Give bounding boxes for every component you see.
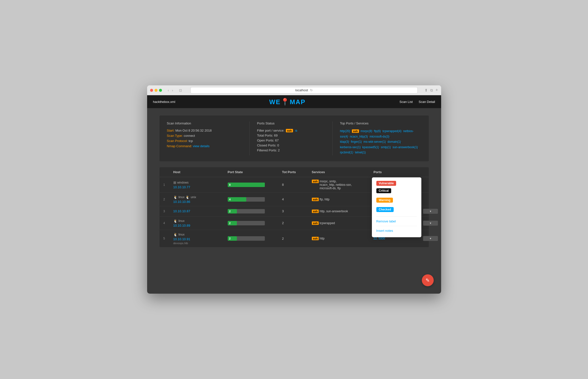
close-button[interactable]	[150, 89, 153, 92]
dropdown-btn-5[interactable]: ▾	[423, 236, 438, 241]
port-bar-bg-4: 2	[228, 221, 265, 225]
th-ports: Ports	[374, 170, 423, 174]
toolbar-buttons: ⬆ ⧉ +	[425, 88, 438, 93]
port-bar-bg-2: 4	[228, 197, 265, 202]
tot-ports-3: 3	[282, 209, 312, 213]
ncacn-link[interactable]: ncacn_http(3)	[350, 135, 368, 138]
scan-protocol-row: Scan Protocol: tcp	[167, 139, 235, 143]
host-info-1: ⊞ windows 10.10.10.77	[173, 181, 228, 189]
ssh-badge-1: ssh	[312, 180, 319, 183]
host-ip-2[interactable]: 10.10.10.86	[173, 200, 228, 204]
ldap-link[interactable]: ldap(3)	[340, 140, 349, 143]
app-body: Scan Information Start: Mon Oct 8 20:56:…	[147, 108, 441, 294]
sun-link[interactable]: sun-answerbook(1)	[392, 145, 418, 149]
ports-status-title: Ports Status	[257, 121, 325, 125]
ssh-badge-4: ssh	[312, 221, 319, 225]
scan-type-label: Scan Type:	[167, 134, 183, 138]
table-header: Host Port State Tot Ports Services Ports	[159, 167, 429, 177]
filter-label: Filter port / service:	[257, 129, 285, 132]
traffic-lights	[150, 89, 162, 92]
host-info-3: 10.10.10.87	[173, 209, 228, 213]
scan-detail-link[interactable]: Scan Detail	[419, 100, 435, 104]
msrpc-link[interactable]: msrpc(8)	[361, 129, 372, 133]
host-domain-5: devoops.htb	[173, 242, 228, 245]
copy-icon[interactable]: ⧉	[295, 129, 297, 132]
filename-label: hackthebox.xml	[153, 100, 175, 104]
services-2: ssh ftp, http	[312, 198, 374, 201]
remove-label-item[interactable]: Remove label	[376, 218, 417, 224]
ftp-link[interactable]: ftp(6)	[374, 129, 381, 133]
nav-buttons: ‹ ›	[167, 88, 174, 93]
new-tab-button[interactable]: +	[435, 88, 438, 93]
scan-type-value: connect	[184, 134, 195, 138]
host-info-2: 🐧 linux 🐧 unix 10.10.10.86	[173, 195, 228, 204]
insert-notes-item[interactable]: Insert notes	[376, 228, 417, 234]
th-services: Services	[312, 170, 374, 174]
ssh-badge-5: ssh	[312, 237, 319, 240]
telnet-link[interactable]: telnet(1)	[355, 151, 366, 154]
host-ip-1[interactable]: 10.10.10.77	[173, 185, 228, 189]
open-ports-row: Open Ports: 67	[257, 139, 325, 142]
top-ports-links: http(20), ssh, msrpc(8), ftp(6), tcpwrap…	[340, 129, 421, 155]
http-link[interactable]: http(20)	[340, 129, 350, 133]
divider-2	[332, 121, 333, 155]
windows-button[interactable]: ⧉	[430, 88, 433, 93]
fab-button[interactable]: ✎	[422, 274, 434, 286]
tot-ports-5: 2	[282, 237, 312, 240]
minimize-button[interactable]	[155, 89, 158, 92]
services-4: ssh tcpwrapped	[312, 221, 374, 225]
domain-link[interactable]: domain(1)	[387, 140, 401, 143]
tcpwrapped-link[interactable]: tcpwrapped(4)	[383, 129, 402, 133]
scan-information-section: Scan Information Start: Mon Oct 8 20:56:…	[167, 121, 242, 155]
app-nav: Scan List Scan Detail	[400, 100, 435, 104]
nmap-label: Nmap Command:	[167, 144, 192, 148]
total-ports-row: Total Ports: 69	[257, 134, 325, 137]
dropdown-btn-3[interactable]: ▾	[423, 209, 438, 214]
warning-badge[interactable]: Warning	[376, 198, 393, 203]
services-1: ssh msrpc, smtp,ncacn_http, netbios-ssn,…	[312, 180, 374, 190]
forward-button[interactable]: ›	[171, 88, 174, 93]
reload-button[interactable]: ↻	[310, 88, 313, 92]
filtered-ports-row: Filtered Ports: 2	[257, 148, 325, 152]
host-ip-5[interactable]: 10.10.10.91	[173, 237, 228, 241]
smtp-link[interactable]: smtp(1)	[381, 145, 391, 149]
share-button[interactable]: ⬆	[425, 88, 428, 93]
host-os-1: ⊞ windows	[173, 181, 228, 185]
start-label: Start:	[167, 129, 175, 132]
host-ip-3[interactable]: 10.10.10.87	[173, 209, 228, 213]
host-os-4: 🐧 linux	[173, 219, 228, 223]
scan-protocol-value: tcp	[189, 139, 193, 143]
port-bar-fill-3: 2	[228, 209, 237, 213]
ms-wbt-link[interactable]: ms-wbt-server(1)	[363, 140, 386, 143]
fab-edit-icon: ✎	[426, 277, 430, 283]
view-details-link[interactable]: view details	[193, 144, 209, 148]
port-bar-4: 2	[228, 221, 282, 225]
port-bar-fill-2: 4	[228, 197, 246, 202]
mds-link[interactable]: microsoft-ds(3)	[370, 135, 389, 138]
address-bar[interactable]: localhost ↻	[190, 87, 418, 94]
sidebar-button[interactable]: ⊡	[178, 88, 183, 93]
kpasswd-link[interactable]: kpasswd5(1)	[362, 145, 379, 149]
info-panel: Scan Information Start: Mon Oct 8 20:56:…	[159, 116, 429, 161]
back-button[interactable]: ‹	[167, 88, 170, 93]
checked-badge[interactable]: Checked	[376, 207, 394, 212]
rpcbind-link[interactable]: rpcbind(1)	[340, 151, 353, 154]
ports-status-section: Ports Status Filter port / service: ssh …	[257, 121, 325, 155]
host-ip-4[interactable]: 10.10.10.89	[173, 224, 228, 227]
dropdown-btn-4[interactable]: ▾	[423, 221, 438, 226]
critical-badge[interactable]: Critical	[376, 188, 391, 193]
port-bar-bg-5: 2	[228, 236, 265, 241]
logo-map: MAP	[290, 98, 306, 106]
host-info-5: 🐧 linux 10.10.10.91 devoops.htb	[173, 233, 228, 245]
finger-link[interactable]: finger(1)	[351, 140, 362, 143]
browser-window: ‹ › ⊡ localhost ↻ ⬆ ⧉ + hackthebox.xml W…	[147, 85, 441, 294]
kerberos-link[interactable]: kerberos-sec(1)	[340, 145, 361, 149]
services-3: ssh http, sun-answerbook	[312, 210, 374, 213]
scan-info-title: Scan Information	[167, 121, 235, 125]
th-portstate: Port State	[228, 170, 282, 174]
vulnerable-badge[interactable]: Vulnerable	[376, 181, 396, 186]
maximize-button[interactable]	[159, 89, 162, 92]
top-ports-title: Top Ports / Services	[340, 121, 421, 125]
port-bar-fill-1: 8	[228, 183, 265, 187]
scan-list-link[interactable]: Scan List	[400, 100, 413, 104]
